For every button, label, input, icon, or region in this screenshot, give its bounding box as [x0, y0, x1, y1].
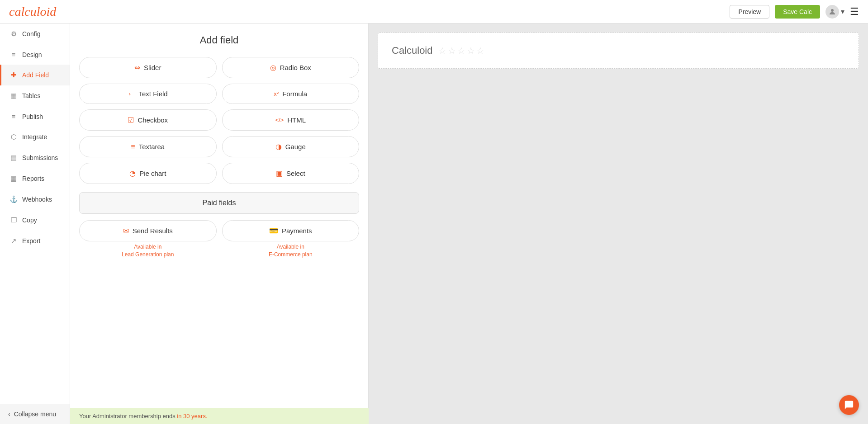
field-grid: ⇔ Slider ◎ Radio Box ›_ Text Field x² Fo…	[79, 57, 359, 184]
formula-button[interactable]: x² Formula	[222, 84, 360, 104]
checkbox-button[interactable]: ☑ Checkbox	[79, 109, 217, 131]
collapse-menu-button[interactable]: ‹ Collapse menu	[0, 404, 70, 424]
sidebar: ⚙ Config ≡ Design ✚ Add Field ▦ Tables ≡…	[0, 24, 70, 424]
payments-button[interactable]: 💳 Payments	[222, 220, 360, 241]
sidebar-label-copy: Copy	[22, 217, 37, 224]
tables-icon: ▦	[9, 92, 18, 100]
textarea-label: Textarea	[139, 143, 165, 151]
formula-label: Formula	[282, 90, 307, 98]
send-results-available: Available in Lead Generation plan	[122, 243, 174, 259]
save-calc-button[interactable]: Save Calc	[775, 5, 820, 19]
paid-fields-header: Paid fields	[79, 192, 359, 214]
payments-avail-line1: Available in	[277, 244, 304, 250]
collapse-icon: ‹	[8, 410, 10, 418]
sidebar-label-submissions: Submissions	[22, 154, 58, 161]
html-button[interactable]: </> HTML	[222, 109, 360, 131]
design-icon: ≡	[9, 51, 18, 58]
payments-avail-line2: E-Commerce plan	[269, 251, 313, 258]
sidebar-item-design[interactable]: ≡ Design	[0, 44, 70, 65]
slider-icon: ⇔	[134, 63, 140, 72]
canvas-area: Calculoid ☆ ☆ ☆ ☆ ☆	[369, 24, 868, 424]
send-results-avail-line1: Available in	[134, 244, 161, 250]
sidebar-item-publish[interactable]: ≡ Publish	[0, 106, 70, 127]
chat-bubble[interactable]	[839, 395, 859, 415]
slider-label: Slider	[144, 64, 161, 71]
paid-fields-title: Paid fields	[203, 199, 236, 207]
html-label: HTML	[287, 116, 306, 124]
avatar	[825, 5, 839, 19]
send-results-wrap: ✉ Send Results Available in Lead Generat…	[79, 220, 217, 259]
sidebar-label-config: Config	[22, 30, 40, 38]
footer-highlight: in 30 years.	[177, 413, 207, 419]
sidebar-item-config[interactable]: ⚙ Config	[0, 24, 70, 44]
sidebar-label-add-field: Add Field	[22, 71, 49, 79]
select-icon: ▣	[276, 169, 283, 178]
sidebar-label-design: Design	[22, 51, 42, 58]
integrate-icon: ⬡	[9, 133, 18, 141]
select-label: Select	[286, 170, 305, 177]
sidebar-item-copy[interactable]: ❐ Copy	[0, 210, 70, 231]
send-results-button[interactable]: ✉ Send Results	[79, 220, 217, 241]
logo: calculoid	[9, 5, 56, 19]
sidebar-label-integrate: Integrate	[22, 133, 47, 141]
calc-preview-box: Calculoid ☆ ☆ ☆ ☆ ☆	[378, 33, 859, 69]
main-container: ⚙ Config ≡ Design ✚ Add Field ▦ Tables ≡…	[0, 24, 868, 424]
textarea-icon: ≡	[131, 143, 135, 151]
gauge-icon: ◑	[275, 142, 282, 151]
pie-chart-label: Pie chart	[139, 170, 166, 177]
sidebar-item-submissions[interactable]: ▤ Submissions	[0, 147, 70, 168]
hamburger-menu-button[interactable]: ☰	[850, 6, 859, 18]
send-results-icon: ✉	[123, 226, 129, 235]
formula-icon: x²	[274, 90, 279, 97]
sidebar-item-integrate[interactable]: ⬡ Integrate	[0, 127, 70, 147]
sidebar-item-reports[interactable]: ▦ Reports	[0, 168, 70, 189]
sidebar-label-webhooks: Webhooks	[22, 196, 52, 203]
checkbox-label: Checkbox	[138, 116, 168, 124]
collapse-label: Collapse menu	[14, 410, 56, 418]
send-results-avail-line2: Lead Generation plan	[122, 251, 174, 258]
star-rating: ☆ ☆ ☆ ☆ ☆	[438, 45, 484, 56]
payments-icon: 💳	[269, 226, 278, 235]
star-5: ☆	[476, 45, 484, 56]
pie-chart-button[interactable]: ◔ Pie chart	[79, 163, 217, 184]
header: calculoid Preview Save Calc ▾ ☰	[0, 0, 868, 24]
select-button[interactable]: ▣ Select	[222, 163, 360, 184]
preview-button[interactable]: Preview	[730, 5, 769, 19]
textarea-button[interactable]: ≡ Textarea	[79, 136, 217, 157]
sidebar-item-add-field[interactable]: ✚ Add Field	[0, 65, 70, 85]
html-icon: </>	[275, 117, 284, 123]
svg-point-0	[831, 9, 834, 12]
text-field-button[interactable]: ›_ Text Field	[79, 84, 217, 104]
payments-available: Available in E-Commerce plan	[269, 243, 313, 259]
calc-title: Calculoid	[392, 45, 433, 57]
gauge-button[interactable]: ◑ Gauge	[222, 136, 360, 157]
paid-fields-grid: ✉ Send Results Available in Lead Generat…	[79, 220, 359, 259]
pie-chart-icon: ◔	[129, 169, 136, 178]
sidebar-item-export[interactable]: ↗ Export	[0, 231, 70, 251]
payments-label: Payments	[282, 227, 312, 235]
sidebar-bottom: ‹ Collapse menu	[0, 404, 70, 424]
reports-icon: ▦	[9, 174, 18, 183]
text-field-icon: ›_	[128, 90, 135, 97]
checkbox-icon: ☑	[128, 116, 134, 124]
send-results-label: Send Results	[133, 227, 173, 235]
user-menu[interactable]: ▾	[825, 5, 844, 19]
add-icon: ✚	[9, 71, 18, 79]
chevron-down-icon: ▾	[841, 7, 844, 16]
radio-label: Radio Box	[280, 64, 311, 71]
add-field-panel: Add field ⇔ Slider ◎ Radio Box ›_ Text F…	[70, 24, 369, 424]
sidebar-item-webhooks[interactable]: ⚓ Webhooks	[0, 189, 70, 210]
star-4: ☆	[467, 45, 475, 56]
star-3: ☆	[457, 45, 465, 56]
gear-icon: ⚙	[9, 30, 18, 38]
sidebar-item-tables[interactable]: ▦ Tables	[0, 85, 70, 106]
slider-button[interactable]: ⇔ Slider	[79, 57, 217, 78]
content-area: Add field ⇔ Slider ◎ Radio Box ›_ Text F…	[70, 24, 868, 424]
footer-bar: Your Administrator membership ends in 30…	[70, 408, 369, 424]
footer-text: Your Administrator membership ends	[79, 413, 177, 419]
radio-icon: ◎	[270, 63, 276, 72]
radio-box-button[interactable]: ◎ Radio Box	[222, 57, 360, 78]
star-2: ☆	[448, 45, 456, 56]
copy-icon: ❐	[9, 216, 18, 224]
export-icon: ↗	[9, 237, 18, 245]
